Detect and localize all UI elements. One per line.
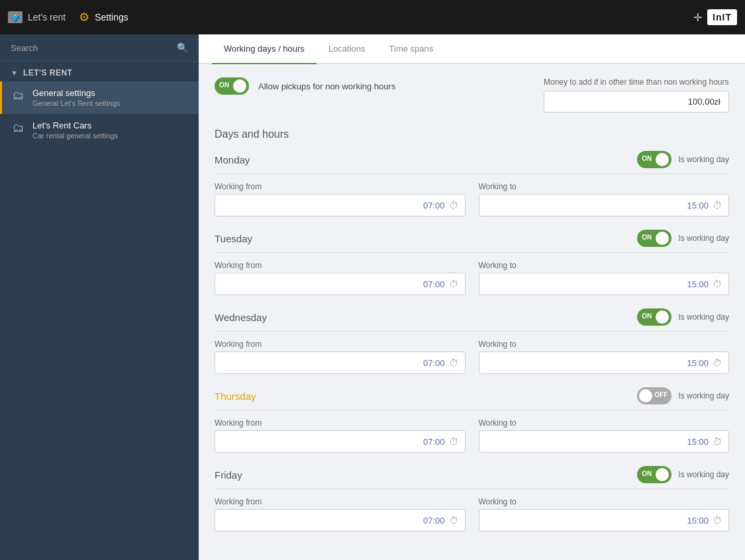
briefcase-icon: 🧳 (8, 11, 23, 23)
time-input-to-friday[interactable]: 15:00 ⏱ (479, 509, 730, 532)
time-input-from-wednesday[interactable]: 07:00 ⏱ (215, 351, 466, 374)
time-input-to-monday[interactable]: 15:00 ⏱ (479, 194, 730, 216)
sidebar-item-subtitle: General Let's Rent settings (32, 99, 120, 107)
topnav: 🧳 Let's rent ⚙ Settings ✛ InIT (0, 0, 745, 34)
clock-icon-to: ⏱ (713, 515, 722, 526)
working-from-label: Working from (215, 340, 466, 349)
settings-nav[interactable]: ⚙ Settings (79, 10, 128, 24)
from-value: 07:00 (222, 516, 445, 526)
allow-pickups-label: Allow pickups for non working hours (258, 81, 395, 91)
brand-label: Let's rent (28, 12, 66, 23)
day-toggle-friday[interactable]: ON (637, 466, 671, 483)
day-block-wednesday: Wednesday ON Is working day Working from (215, 308, 729, 374)
from-value: 07:00 (222, 437, 445, 447)
toggle-label: OFF (654, 391, 668, 398)
sidebar-section-label: LET'S RENT (23, 68, 73, 77)
layout: 🔍 ▼ LET'S RENT 🗂 General settings Genera… (0, 34, 745, 560)
day-name-friday: Friday (215, 469, 242, 481)
time-input-to-wednesday[interactable]: 15:00 ⏱ (479, 351, 730, 374)
clock-icon-to: ⏱ (713, 279, 722, 289)
time-input-to-tuesday[interactable]: 15:00 ⏱ (479, 273, 730, 295)
allow-pickups-left: ON Allow pickups for non working hours (215, 77, 395, 95)
sidebar-item-general-settings[interactable]: 🗂 General settings General Let's Rent se… (0, 81, 199, 114)
time-input-from-tuesday[interactable]: 07:00 ⏱ (215, 273, 466, 295)
time-row-wednesday: Working from 07:00 ⏱ Working to 15:00 ⏱ (215, 340, 729, 374)
working-from-label: Working from (215, 418, 466, 428)
day-toggle-monday[interactable]: ON (637, 151, 671, 168)
search-input[interactable] (11, 43, 177, 53)
tab-working-days[interactable]: Working days / hours (212, 34, 317, 64)
working-to-label: Working to (479, 182, 730, 191)
clock-icon-to: ⏱ (713, 436, 722, 447)
content-area: ON Allow pickups for non working hours M… (199, 64, 745, 560)
day-header-wednesday: Wednesday ON Is working day (215, 308, 729, 332)
search-icon: 🔍 (177, 42, 188, 53)
day-toggle-thursday[interactable]: OFF (637, 387, 671, 404)
to-value: 15:00 (486, 516, 709, 526)
time-input-to-thursday[interactable]: 15:00 ⏱ (479, 430, 730, 453)
sidebar-item-text: General settings General Let's Rent sett… (32, 88, 120, 107)
is-working-day-label: Is working day (678, 234, 729, 243)
to-value: 15:00 (486, 201, 709, 210)
clock-icon: ⏱ (449, 200, 458, 210)
day-name-monday: Monday (215, 154, 250, 165)
working-to-label: Working to (479, 261, 730, 270)
day-name-wednesday: Wednesday (215, 312, 267, 323)
is-working-day-label: Is working day (678, 312, 729, 322)
sidebar-item-letsrentcars[interactable]: 🗂 Let's Rent Cars Car rental general set… (0, 114, 199, 146)
toggle-knob (639, 389, 652, 402)
sidebar-item-cars-subtitle: Car rental general settings (32, 132, 118, 140)
time-field-from-monday: Working from 07:00 ⏱ (215, 182, 466, 216)
toggle-slider: ON (637, 230, 671, 247)
to-value: 15:00 (486, 358, 709, 368)
main-content: Working days / hours Locations Time span… (199, 34, 745, 560)
is-working-day-label: Is working day (678, 391, 729, 400)
toggle-label: ON (642, 470, 652, 477)
time-field-to-tuesday: Working to 15:00 ⏱ (479, 261, 730, 295)
working-to-label: Working to (479, 497, 730, 506)
day-name-tuesday: Tuesday (215, 233, 252, 244)
toggle-slider: ON (215, 77, 249, 95)
tab-time-spans[interactable]: Time spans (377, 34, 446, 64)
days-section-title: Days and hours (215, 128, 729, 140)
time-row-monday: Working from 07:00 ⏱ Working to 15:00 ⏱ (215, 182, 729, 216)
toggle-slider: ON (637, 466, 671, 483)
toggle-label: ON (642, 155, 652, 162)
is-working-day-label: Is working day (678, 155, 729, 164)
day-toggle-wednesday[interactable]: ON (637, 308, 671, 326)
day-toggle-group-friday: ON Is working day (637, 466, 729, 483)
working-to-label: Working to (479, 418, 730, 428)
car-icon: 🗂 (13, 121, 25, 135)
to-value: 15:00 (486, 437, 709, 447)
allow-pickups-toggle[interactable]: ON (215, 77, 249, 95)
allow-pickups-row: ON Allow pickups for non working hours M… (215, 77, 729, 113)
time-input-from-thursday[interactable]: 07:00 ⏱ (215, 430, 466, 453)
brand-link[interactable]: 🧳 Let's rent (8, 11, 66, 23)
clock-icon: ⏱ (449, 279, 458, 289)
day-header-thursday: Thursday OFF Is working day (215, 387, 729, 410)
money-section: Money to add if in other time than non w… (544, 77, 729, 113)
toggle-knob (233, 79, 246, 93)
toggle-slider: ON (637, 308, 671, 326)
working-from-label: Working from (215, 497, 466, 506)
sidebar-section-letsrent: ▼ LET'S RENT (0, 62, 199, 81)
toggle-on-label: ON (219, 81, 229, 89)
day-header-monday: Monday ON Is working day (215, 151, 729, 174)
time-input-from-monday[interactable]: 07:00 ⏱ (215, 194, 466, 216)
tab-locations[interactable]: Locations (317, 34, 377, 64)
money-input[interactable] (544, 91, 729, 113)
day-toggle-tuesday[interactable]: ON (637, 230, 671, 247)
from-value: 07:00 (222, 201, 445, 210)
days-container: Monday ON Is working day Working from 0 (215, 151, 729, 532)
sidebar-item-title: General settings (32, 88, 120, 98)
sidebar-search-container: 🔍 (0, 34, 199, 62)
move-icon: ✛ (693, 11, 702, 24)
chevron-down-icon: ▼ (11, 69, 18, 77)
day-block-monday: Monday ON Is working day Working from 0 (215, 151, 729, 216)
time-field-to-thursday: Working to 15:00 ⏱ (479, 418, 730, 453)
day-header-tuesday: Tuesday ON Is working day (215, 230, 729, 253)
time-row-friday: Working from 07:00 ⏱ Working to 15:00 ⏱ (215, 497, 729, 532)
day-name-thursday: Thursday (215, 391, 256, 402)
time-input-from-friday[interactable]: 07:00 ⏱ (215, 509, 466, 532)
topnav-right: ✛ InIT (693, 9, 737, 25)
